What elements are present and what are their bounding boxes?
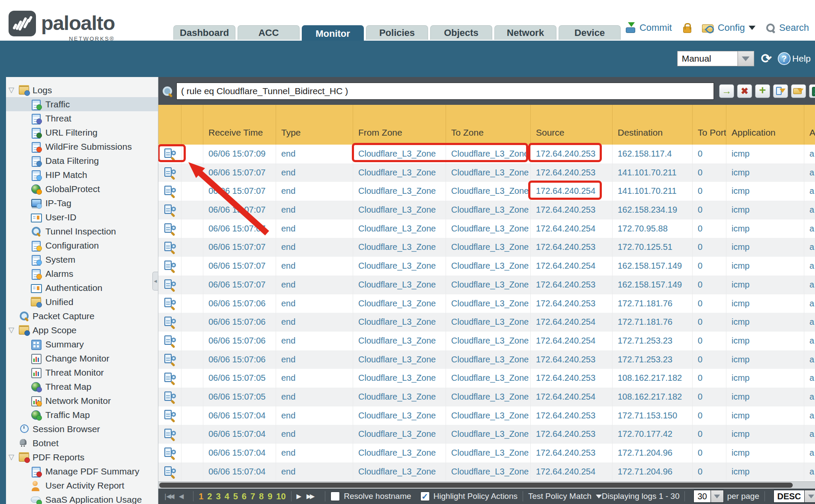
sidebar-item-saas-application-usage[interactable]: SaaS Application Usage bbox=[6, 492, 158, 504]
cell-to-port[interactable]: 0 bbox=[693, 369, 726, 388]
cell-from-zone[interactable]: Cloudflare_L3_Zone bbox=[353, 145, 446, 163]
cell-receive-time[interactable]: 06/06 15:07:07 bbox=[203, 163, 276, 182]
log-row[interactable]: 06/06 15:07:04endCloudflare_L3_ZoneCloud… bbox=[158, 444, 815, 462]
cell-destination[interactable]: 162.158.117.4 bbox=[613, 145, 693, 163]
sidebar-item-tunnel-inspection[interactable]: Tunnel Inspection bbox=[6, 224, 158, 238]
cell-application[interactable]: icmp bbox=[726, 219, 804, 238]
cell-to-port[interactable]: 0 bbox=[693, 163, 726, 182]
log-row[interactable]: 06/06 15:07:07endCloudflare_L3_ZoneCloud… bbox=[158, 276, 815, 294]
cell-receive-time[interactable]: 06/06 15:07:07 bbox=[203, 201, 276, 219]
log-row[interactable]: 06/06 15:07:04endCloudflare_L3_ZoneCloud… bbox=[158, 425, 815, 444]
cell-destination[interactable]: 172.70.95.88 bbox=[613, 219, 693, 238]
cell-type[interactable]: end bbox=[276, 406, 353, 425]
log-filter-input[interactable] bbox=[176, 83, 714, 100]
cell-destination[interactable]: 172.71.153.150 bbox=[613, 406, 693, 425]
sidebar-item-unified[interactable]: Unified bbox=[6, 295, 158, 309]
cell-source[interactable]: 172.64.240.253 bbox=[531, 201, 613, 219]
cell-to-port[interactable]: 0 bbox=[693, 238, 726, 257]
cell-action[interactable]: a bbox=[804, 276, 815, 294]
cell-from-zone[interactable]: Cloudflare_L3_Zone bbox=[353, 350, 446, 369]
cell-to-port[interactable]: 0 bbox=[693, 182, 726, 201]
highlight-policy-actions-checkbox[interactable]: ✓ bbox=[420, 492, 430, 501]
cell-destination[interactable]: 172.71.181.76 bbox=[613, 294, 693, 313]
sidebar-item-alarms[interactable]: Alarms bbox=[6, 267, 158, 281]
cell-from-zone[interactable]: Cloudflare_L3_Zone bbox=[353, 238, 446, 257]
sidebar-item-threat-map[interactable]: Threat Map bbox=[6, 379, 158, 394]
apply-filter-button[interactable]: → bbox=[719, 84, 734, 98]
help-label[interactable]: Help bbox=[792, 53, 811, 64]
log-detail-icon[interactable] bbox=[164, 354, 176, 365]
cell-from-zone[interactable]: Cloudflare_L3_Zone bbox=[353, 219, 446, 238]
cell-from-zone[interactable]: Cloudflare_L3_Zone bbox=[353, 163, 446, 182]
cell-type[interactable]: end bbox=[276, 350, 353, 369]
cell-application[interactable]: icmp bbox=[726, 294, 804, 313]
page-number-2[interactable]: 2 bbox=[207, 492, 212, 501]
cell-to-port[interactable]: 0 bbox=[693, 462, 726, 481]
cell-type[interactable]: end bbox=[276, 425, 353, 444]
cell-receive-time[interactable]: 06/06 15:07:04 bbox=[203, 406, 276, 425]
cell-from-zone[interactable]: Cloudflare_L3_Zone bbox=[353, 462, 446, 481]
cell-type[interactable]: end bbox=[276, 369, 353, 388]
cell-action[interactable]: a bbox=[804, 238, 815, 257]
cell-to-zone[interactable]: Cloudflare_L3_Zone bbox=[446, 238, 531, 257]
log-detail-icon[interactable] bbox=[164, 279, 176, 291]
config-button[interactable]: Config bbox=[718, 22, 745, 33]
cell-type[interactable]: end bbox=[276, 332, 353, 350]
sidebar-item-botnet[interactable]: Botnet bbox=[6, 436, 158, 450]
cell-action[interactable]: a bbox=[804, 257, 815, 276]
cell-type[interactable]: end bbox=[276, 201, 353, 219]
cell-type[interactable]: end bbox=[276, 182, 353, 201]
sidebar-item-data-filtering[interactable]: Data Filtering bbox=[6, 154, 158, 168]
cell-to-port[interactable]: 0 bbox=[693, 350, 726, 369]
horizontal-scrollbar-thumb[interactable] bbox=[159, 483, 793, 488]
cell-destination[interactable]: 172.71.204.96 bbox=[613, 462, 693, 481]
sidebar-item-system[interactable]: System bbox=[6, 252, 158, 267]
sidebar-item-manage-pdf-summary[interactable]: Manage PDF Summary bbox=[6, 464, 158, 478]
cell-action[interactable]: a bbox=[804, 332, 815, 350]
sidebar-item-wildfire-submissions[interactable]: WildFire Submissions bbox=[6, 139, 158, 154]
tab-policies[interactable]: Policies bbox=[366, 25, 428, 40]
cell-action[interactable]: a bbox=[804, 406, 815, 425]
page-number-9[interactable]: 9 bbox=[268, 492, 272, 501]
log-detail-icon[interactable] bbox=[164, 410, 176, 421]
cell-destination[interactable]: 162.158.234.19 bbox=[613, 201, 693, 219]
log-row[interactable]: 06/06 15:07:07endCloudflare_L3_ZoneCloud… bbox=[158, 238, 815, 257]
cell-type[interactable]: end bbox=[276, 276, 353, 294]
refresh-icon[interactable]: ⟳ bbox=[761, 52, 772, 65]
cell-to-zone[interactable]: Cloudflare_L3_Zone bbox=[446, 145, 531, 163]
cell-application[interactable]: icmp bbox=[726, 332, 804, 350]
cell-receive-time[interactable]: 06/06 15:07:07 bbox=[203, 257, 276, 276]
cell-application[interactable]: icmp bbox=[726, 276, 804, 294]
cell-receive-time[interactable]: 06/06 15:07:04 bbox=[203, 425, 276, 444]
first-page-button[interactable]: ❘◀◀ bbox=[163, 492, 173, 500]
cell-application[interactable]: icmp bbox=[726, 388, 804, 406]
sidebar-item-summary[interactable]: Summary bbox=[6, 337, 158, 351]
cell-type[interactable]: end bbox=[276, 145, 353, 163]
cell-destination[interactable]: 108.162.217.182 bbox=[613, 388, 693, 406]
cell-from-zone[interactable]: Cloudflare_L3_Zone bbox=[353, 388, 446, 406]
cell-type[interactable]: end bbox=[276, 388, 353, 406]
cell-to-zone[interactable]: Cloudflare_L3_Zone bbox=[446, 257, 531, 276]
cell-from-zone[interactable]: Cloudflare_L3_Zone bbox=[353, 369, 446, 388]
sidebar-item-user-id[interactable]: User-ID bbox=[6, 210, 158, 224]
cell-source[interactable]: 172.64.240.253 bbox=[531, 369, 613, 388]
refresh-mode-select[interactable]: Manual bbox=[677, 51, 738, 66]
cell-type[interactable]: end bbox=[276, 219, 353, 238]
horizontal-scrollbar[interactable] bbox=[158, 481, 815, 489]
cell-from-zone[interactable]: Cloudflare_L3_Zone bbox=[353, 425, 446, 444]
cell-to-port[interactable]: 0 bbox=[693, 313, 726, 332]
cell-application[interactable]: icmp bbox=[726, 201, 804, 219]
sidebar-item-url-filtering[interactable]: URL Filtering bbox=[6, 125, 158, 139]
cell-to-port[interactable]: 0 bbox=[693, 332, 726, 350]
tab-dashboard[interactable]: Dashboard bbox=[173, 25, 235, 40]
cell-type[interactable]: end bbox=[276, 238, 353, 257]
sidebar-item-configuration[interactable]: Configuration bbox=[6, 238, 158, 252]
cell-receive-time[interactable]: 06/06 15:07:04 bbox=[203, 462, 276, 481]
resolve-hostname-checkbox[interactable] bbox=[330, 492, 340, 501]
log-detail-icon[interactable] bbox=[164, 167, 176, 178]
test-policy-match-caret-icon[interactable] bbox=[596, 495, 602, 501]
cell-from-zone[interactable]: Cloudflare_L3_Zone bbox=[353, 332, 446, 350]
cell-destination[interactable]: 172.70.177.42 bbox=[613, 425, 693, 444]
test-policy-match-button[interactable]: Test Policy Match bbox=[528, 492, 592, 501]
cell-destination[interactable]: 162.158.157.149 bbox=[613, 257, 693, 276]
